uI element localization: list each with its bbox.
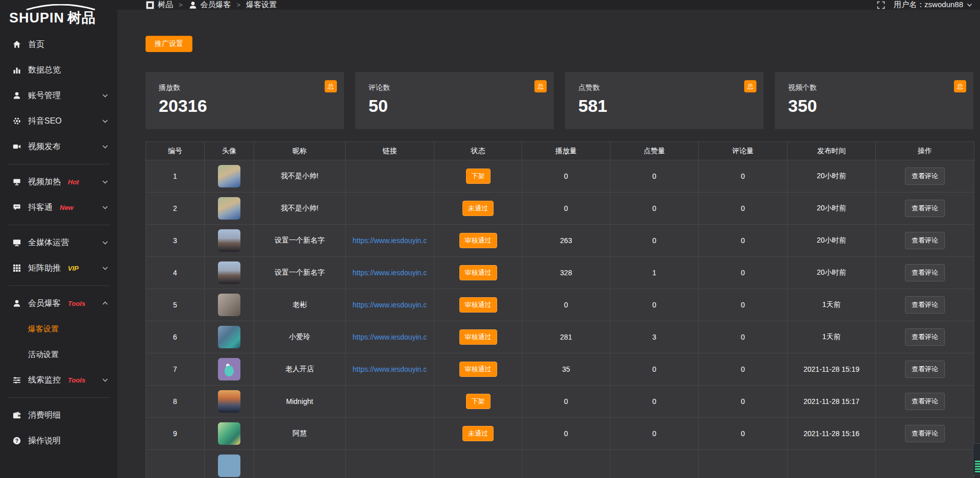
row-link-cell: https://www.iesdouyin.c: [346, 289, 434, 321]
row-link[interactable]: https://www.iesdouyin.c: [353, 269, 427, 277]
row-avatar-cell: [205, 450, 254, 478]
row-plays: 0: [522, 289, 610, 321]
stat-value: 20316: [159, 96, 331, 116]
column-header: 评论量: [699, 142, 788, 160]
status-button[interactable]: 审核通过: [459, 265, 497, 280]
row-plays: 35: [522, 353, 610, 386]
row-link[interactable]: https://www.iesdouyin.c: [353, 333, 427, 341]
view-comments-button[interactable]: 查看评论: [905, 200, 945, 217]
row-status-cell: 审核通过: [434, 353, 522, 386]
avatar: [218, 165, 240, 187]
sidebar-subitem-baoke-settings[interactable]: 爆客设置: [0, 316, 117, 342]
table-row: 1 我不是小帅! 下架 0 0 0 20小时前 查看评论: [146, 160, 974, 193]
row-avatar-cell: [205, 321, 254, 353]
breadcrumb-item-member-baoke[interactable]: 会员爆客: [188, 0, 231, 10]
sidebar-item-operation-guide[interactable]: ? 操作说明: [0, 428, 117, 453]
floating-widget[interactable]: [973, 443, 980, 475]
stat-card: 点赞数 581 总: [565, 72, 764, 129]
bar-chart-icon: [12, 65, 21, 75]
breadcrumb-separator: >: [179, 1, 183, 9]
sidebar-item-label: 会员爆客: [28, 298, 61, 309]
status-button[interactable]: 审核通过: [459, 362, 497, 377]
row-status-cell: 审核通过: [434, 321, 522, 353]
status-button[interactable]: 审核通过: [459, 329, 497, 345]
chevron-up-icon: [101, 299, 110, 308]
sidebar-item-video-publish[interactable]: 视频发布: [0, 134, 117, 159]
breadcrumb-separator: >: [237, 1, 241, 9]
row-avatar-cell: [205, 418, 254, 450]
view-comments-button[interactable]: 查看评论: [905, 361, 945, 378]
row-id: 5: [146, 289, 205, 321]
row-link-cell: https://www.iesdouyin.c: [346, 225, 434, 257]
sidebar-item-clue-monitor[interactable]: 线索监控 Tools: [0, 367, 117, 393]
row-nickname: Midnight: [254, 386, 346, 418]
row-link-cell: [346, 193, 434, 225]
row-link-cell: https://www.iesdouyin.c: [346, 353, 434, 386]
row-comments: 0: [699, 160, 788, 193]
logo-text: SHUPIN树品: [9, 10, 117, 26]
row-time: 20小时前: [788, 193, 876, 225]
status-button[interactable]: 下架: [466, 394, 491, 409]
view-comments-button[interactable]: 查看评论: [905, 232, 945, 249]
row-plays: [522, 450, 610, 478]
sidebar-item-video-heat[interactable]: 视频加热 Hot: [0, 169, 117, 195]
promo-settings-button[interactable]: 推广设置: [145, 36, 192, 52]
row-status-cell: 审核通过: [434, 225, 522, 257]
status-button[interactable]: 审核通过: [459, 297, 497, 313]
view-comments-button[interactable]: 查看评论: [905, 168, 945, 185]
chevron-down-icon: [101, 142, 110, 151]
sidebar-item-media-operation[interactable]: 全媒体运营: [0, 230, 117, 255]
sidebar-subitem-activity-settings[interactable]: 活动设置: [0, 342, 117, 367]
user-menu[interactable]: 用户名：zswodun88: [894, 0, 972, 10]
status-button[interactable]: 审核通过: [459, 233, 497, 248]
sidebar-item-matrix-boost[interactable]: 矩阵助推 VIP: [0, 255, 117, 281]
view-comments-button[interactable]: 查看评论: [905, 296, 945, 314]
sidebar-item-label: 抖客通: [28, 202, 53, 213]
row-id: 1: [146, 160, 205, 193]
view-comments-button[interactable]: 查看评论: [905, 328, 945, 346]
row-action-cell: 查看评论: [876, 418, 974, 450]
sidebar-item-member-baoke[interactable]: 会员爆客 Tools: [0, 291, 117, 316]
fullscreen-icon[interactable]: [876, 1, 886, 10]
row-action-cell: 查看评论: [876, 321, 974, 353]
row-action-cell: 查看评论: [876, 386, 974, 418]
breadcrumb-item-shupin[interactable]: 树品: [145, 0, 173, 10]
row-likes: 0: [610, 418, 699, 450]
row-avatar-cell: [205, 289, 254, 321]
status-button[interactable]: 未通过: [462, 426, 494, 441]
sidebar-item-douketong[interactable]: 抖客通 New: [0, 195, 117, 220]
sidebar-item-label: 账号管理: [28, 90, 61, 101]
sidebar-item-douyin-seo[interactable]: 抖音SEO: [0, 108, 117, 134]
sidebar-item-label: 视频发布: [28, 141, 61, 152]
breadcrumb-label: 爆客设置: [246, 0, 277, 10]
question-icon: ?: [12, 436, 21, 445]
row-link-cell: https://www.iesdouyin.c: [346, 257, 434, 289]
row-link-cell: [346, 386, 434, 418]
view-comments-button[interactable]: 查看评论: [905, 425, 945, 442]
row-likes: 3: [610, 321, 699, 353]
status-button[interactable]: 未通过: [462, 201, 494, 216]
username-label: 用户名：zswodun88: [894, 0, 963, 10]
row-comments: 0: [699, 386, 788, 418]
row-plays: 0: [522, 193, 610, 225]
row-comments: 0: [699, 257, 788, 289]
avatar: [218, 294, 240, 316]
sidebar-item-label: 线索监控: [28, 375, 61, 386]
row-link[interactable]: https://www.iesdouyin.c: [353, 365, 427, 373]
view-comments-button[interactable]: 查看评论: [905, 264, 945, 281]
row-link[interactable]: https://www.iesdouyin.c: [353, 236, 427, 245]
sidebar-item-data-overview[interactable]: 数据总览: [0, 57, 117, 83]
status-button[interactable]: 下架: [466, 169, 491, 184]
row-action-cell: 查看评论: [876, 257, 974, 289]
wallet-icon: [12, 411, 21, 420]
sidebar-divider: [8, 285, 110, 286]
sidebar-item-home[interactable]: 首页: [0, 32, 117, 57]
sidebar-item-consumption-detail[interactable]: 消费明细: [0, 402, 117, 428]
row-nickname: 设置一个新名字: [254, 257, 346, 289]
user-icon: [12, 299, 21, 308]
row-link[interactable]: https://www.iesdouyin.c: [353, 301, 427, 309]
row-avatar-cell: [205, 257, 254, 289]
sidebar-item-account-manage[interactable]: 账号管理: [0, 83, 117, 108]
total-badge: 总: [744, 80, 756, 92]
view-comments-button[interactable]: 查看评论: [905, 393, 945, 410]
